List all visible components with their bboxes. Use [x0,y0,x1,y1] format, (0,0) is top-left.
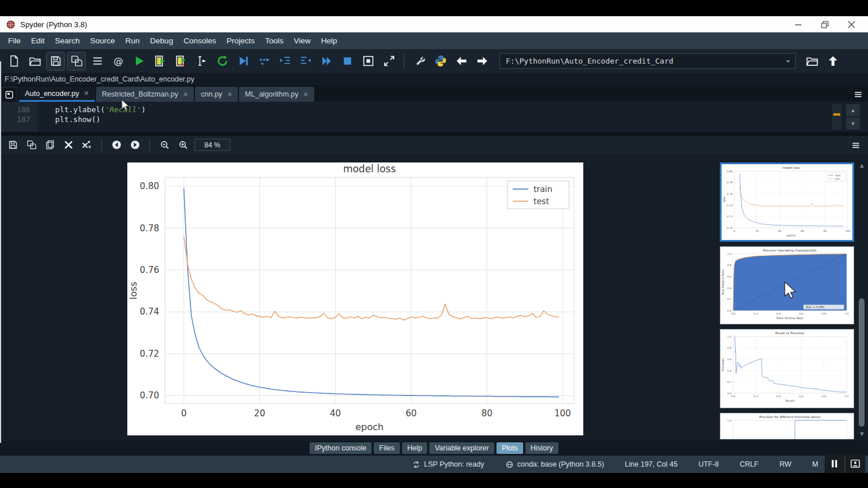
continue-debug-button[interactable] [317,52,336,71]
maximize-pane-button[interactable] [359,52,377,71]
restore-button[interactable] [811,17,838,32]
preferences-button[interactable] [410,52,429,71]
svg-text:train: train [534,184,553,194]
plot-thumbnail-loss[interactable]: model loss0204060801000.800.780.760.740.… [720,162,854,242]
menu-help[interactable]: Help [317,34,342,47]
step-over-button[interactable] [255,52,273,71]
menu-run[interactable]: Run [121,34,145,47]
svg-text:1.0: 1.0 [844,395,848,398]
pane-tab-help[interactable]: Help [402,442,428,454]
menu-source[interactable]: Source [86,34,120,47]
svg-text:0.70: 0.70 [140,390,159,401]
save-all-plots-button[interactable] [23,138,39,153]
new-file-button[interactable] [5,52,23,71]
step-return-button[interactable] [296,52,315,71]
copy-plot-button[interactable] [42,138,58,153]
outline-button[interactable] [88,52,106,71]
menu-file[interactable]: File [3,34,25,47]
lsp-status: LSP Python: ready [412,460,484,469]
editor-scrollbar[interactable] [832,104,841,130]
editor-tab-ml-algorithm-py[interactable]: ML_algorithm.py✕ [239,87,314,102]
tab-close-icon[interactable]: ✕ [227,91,232,98]
top-black-strip [0,0,868,16]
editor-tab-auto-encoder-py[interactable]: Auto_encoder.py✕ [19,87,95,102]
svg-text:test: test [534,197,549,206]
menu-tools[interactable]: Tools [260,34,288,47]
working-directory-field[interactable]: F:\PythonRun\Auto_Encoder_credit_Card [499,53,796,69]
plot-thumbnail-pr[interactable]: Recall vs Precision0.00.20.40.60.81.01.0… [720,329,854,408]
pane-tab-variable-explorer[interactable]: Variable explorer [429,442,494,454]
fullscreen-button[interactable] [380,52,398,71]
symbol-finder-button[interactable]: @ [109,52,127,71]
prev-plot-button[interactable] [108,138,124,153]
pane-tab-ipython-console[interactable]: IPython console [310,442,372,454]
run-button[interactable] [130,52,148,71]
tab-close-icon[interactable]: ✕ [183,91,188,98]
open-dir-button[interactable] [803,52,821,71]
editor-tab-restricted-boltzman-py[interactable]: Restricted_Boltzman.py✕ [96,87,194,102]
run-cell-button[interactable] [150,52,169,71]
overlay-frame-button[interactable] [845,454,865,473]
svg-text:0.6: 0.6 [727,358,731,361]
zoom-out-button[interactable] [156,138,172,153]
run-icon [133,54,146,68]
scroll-down-button[interactable]: ▼ [846,117,860,130]
stop-debug-button[interactable] [338,52,356,71]
overlay-pause-button[interactable] [825,454,844,473]
step-into-button[interactable] [275,52,294,71]
close-button[interactable] [838,17,865,32]
menu-view[interactable]: View [289,34,315,47]
pane-tab-history[interactable]: History [525,442,558,454]
window-title: Spyder (Python 3.8) [20,20,87,29]
plots-options-button[interactable] [847,140,865,150]
menu-edit[interactable]: Edit [27,34,49,47]
run-selection-button[interactable] [192,52,211,71]
pane-tab-files[interactable]: Files [374,442,399,454]
editor-options-button[interactable] [849,87,867,102]
close-all-plots-button[interactable] [79,138,95,153]
pane-splitter[interactable] [0,132,868,136]
toolbar-separator [149,139,150,151]
back-button[interactable] [452,52,470,71]
thumb-scroll-down-icon[interactable]: ▼ [858,430,866,437]
tab-close-icon[interactable]: ✕ [84,90,89,97]
scroll-up-button[interactable]: ▲ [846,104,860,116]
save-all-button[interactable] [67,52,86,71]
run-cell-advance-button[interactable] [171,52,190,71]
code-area[interactable]: plt.ylabel('Recall') plt.show() [37,102,868,132]
svg-text:0.76: 0.76 [140,265,159,275]
svg-text:0.0: 0.0 [727,392,731,395]
open-file-button[interactable] [25,52,44,71]
thumb-scroll-up-icon[interactable]: ▲ [858,162,866,169]
up-arrow-button[interactable] [823,52,842,71]
close-plot-button[interactable] [60,138,76,153]
next-plot-button[interactable] [127,138,143,153]
debug-file-icon [237,54,250,68]
svg-text:1.0: 1.0 [844,312,848,315]
menu-debug[interactable]: Debug [145,34,178,47]
menu-projects[interactable]: Projects [222,34,259,47]
pythonpath-button[interactable] [431,52,450,71]
chevron-down-icon[interactable] [784,57,793,66]
code-editor[interactable]: 186187 plt.ylabel('Recall') plt.show() ▲… [0,102,868,132]
spyder-logo-icon [6,20,16,29]
minimize-button[interactable] [785,17,811,32]
thumb-scroll-handle[interactable] [859,298,865,427]
save-plot-button[interactable] [5,138,21,153]
tab-close-icon[interactable]: ✕ [303,91,308,98]
debug-file-button[interactable] [234,52,252,71]
pane-tab-plots[interactable]: Plots [496,442,523,454]
rerun-cell-button[interactable] [213,52,231,71]
browse-tabs-button[interactable] [1,87,17,102]
svg-text:0.78: 0.78 [727,181,733,184]
bottom-black-strip [0,473,868,487]
breadcrumb-path: F:\PythonRun\Auto_Encoder_credit_Card\Au… [5,75,194,83]
menu-search[interactable]: Search [50,34,84,47]
zoom-in-button[interactable] [175,138,191,153]
editor-tab-cnn-py[interactable]: cnn.py✕ [195,87,238,102]
forward-button[interactable] [473,52,491,71]
plot-thumbnail-threshold[interactable]: Precision for different threshold values… [720,413,854,439]
thumbnails-scrollbar[interactable]: ▲ ▼ [856,154,868,441]
save-button[interactable] [46,52,65,71]
menu-consoles[interactable]: Consoles [179,34,220,47]
